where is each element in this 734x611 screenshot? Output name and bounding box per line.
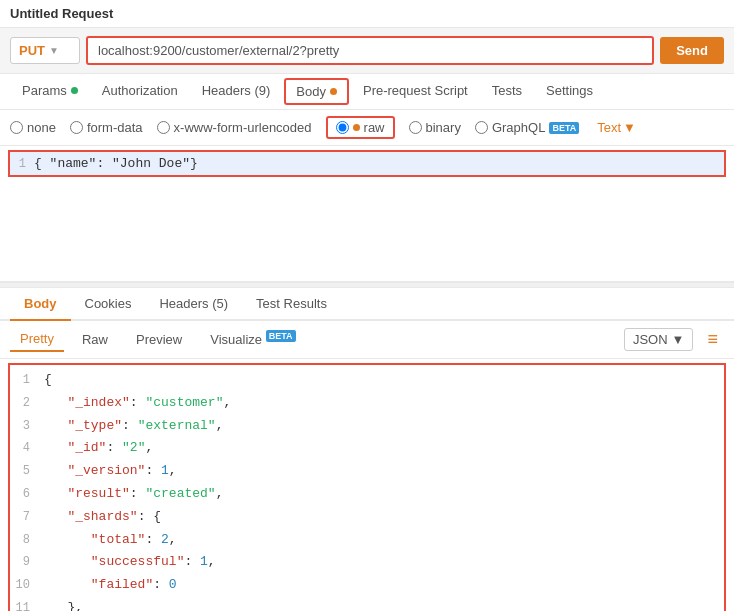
- radio-urlencoded[interactable]: x-www-form-urlencoded: [157, 120, 312, 135]
- view-preview[interactable]: Preview: [126, 328, 192, 351]
- resp-view-bar: Pretty Raw Preview Visualize BETA JSON ▼…: [0, 321, 734, 359]
- format-select-chevron: ▼: [672, 332, 685, 347]
- radio-urlencoded-label: x-www-form-urlencoded: [174, 120, 312, 135]
- resp-tab-cookies-label: Cookies: [85, 296, 132, 311]
- format-select-label: JSON: [633, 332, 668, 347]
- tab-prerequest[interactable]: Pre-request Script: [351, 75, 480, 108]
- tab-settings[interactable]: Settings: [534, 75, 605, 108]
- view-pretty-label: Pretty: [20, 331, 54, 346]
- code-editor: 1 { "name": "John Doe"}: [0, 150, 734, 282]
- radio-binary-label: binary: [426, 120, 461, 135]
- json-key-id: "_id": "2",: [40, 438, 153, 459]
- radio-formdata[interactable]: form-data: [70, 120, 143, 135]
- json-shards-close: },: [40, 598, 83, 611]
- tab-headers[interactable]: Headers (9): [190, 75, 283, 108]
- ln-3: 3: [10, 417, 40, 436]
- ln-6: 6: [10, 485, 40, 504]
- resp-tab-body-label: Body: [24, 296, 57, 311]
- tab-authorization-label: Authorization: [102, 83, 178, 98]
- method-chevron: ▼: [49, 45, 59, 56]
- json-key-successful: "successful": 1,: [40, 552, 216, 573]
- radio-raw[interactable]: raw: [326, 116, 395, 139]
- format-select[interactable]: JSON ▼: [624, 328, 694, 351]
- json-key-index: "_index": "customer",: [40, 393, 231, 414]
- resp-tab-cookies[interactable]: Cookies: [71, 288, 146, 321]
- view-raw[interactable]: Raw: [72, 328, 118, 351]
- view-raw-label: Raw: [82, 332, 108, 347]
- radio-graphql-label: GraphQL: [492, 120, 545, 135]
- method-label: PUT: [19, 43, 45, 58]
- url-input[interactable]: [86, 36, 654, 65]
- json-row-1: 1 {: [10, 369, 724, 392]
- json-key-total: "total": 2,: [40, 530, 177, 551]
- json-key-result: "result": "created",: [40, 484, 223, 505]
- graphql-beta-badge: BETA: [549, 122, 579, 134]
- json-brace-open: {: [40, 370, 52, 391]
- json-row-6: 6 "result": "created",: [10, 483, 724, 506]
- view-pretty[interactable]: Pretty: [10, 327, 64, 352]
- resp-tab-headers[interactable]: Headers (5): [145, 288, 242, 321]
- tab-authorization[interactable]: Authorization: [90, 75, 190, 108]
- url-bar: PUT ▼ Send: [0, 28, 734, 74]
- raw-dot: [353, 124, 360, 131]
- tab-prerequest-label: Pre-request Script: [363, 83, 468, 98]
- tab-tests[interactable]: Tests: [480, 75, 534, 108]
- wrap-button[interactable]: ≡: [701, 327, 724, 352]
- title-bar: Untitled Request: [0, 0, 734, 28]
- json-output: 1 { 2 "_index": "customer", 3 "_type": "…: [8, 363, 726, 611]
- resp-tab-body[interactable]: Body: [10, 288, 71, 321]
- editor-empty-space[interactable]: [0, 181, 734, 281]
- page-title: Untitled Request: [10, 6, 113, 21]
- view-preview-label: Preview: [136, 332, 182, 347]
- radio-graphql[interactable]: GraphQL BETA: [475, 120, 579, 135]
- ln-4: 4: [10, 439, 40, 458]
- ln-2: 2: [10, 394, 40, 413]
- visualize-beta-badge: BETA: [266, 330, 296, 342]
- send-button[interactable]: Send: [660, 37, 724, 64]
- body-type-bar: none form-data x-www-form-urlencoded raw…: [0, 110, 734, 146]
- response-section: Body Cookies Headers (5) Test Results Pr…: [0, 288, 734, 611]
- json-row-7: 7 "_shards": {: [10, 506, 724, 529]
- ln-8: 8: [10, 531, 40, 550]
- ln-5: 5: [10, 462, 40, 481]
- method-select[interactable]: PUT ▼: [10, 37, 80, 64]
- json-key-shards: "_shards": {: [40, 507, 161, 528]
- tab-tests-label: Tests: [492, 83, 522, 98]
- view-visualize[interactable]: Visualize BETA: [200, 327, 305, 351]
- response-tabs: Body Cookies Headers (5) Test Results: [0, 288, 734, 321]
- ln-1: 1: [10, 371, 40, 390]
- json-key-failed: "failed": 0: [40, 575, 177, 596]
- json-row-5: 5 "_version": 1,: [10, 460, 724, 483]
- tab-body-label: Body: [296, 84, 326, 99]
- radio-none-label: none: [27, 120, 56, 135]
- tab-params-label: Params: [22, 83, 67, 98]
- tab-settings-label: Settings: [546, 83, 593, 98]
- resp-tab-testresults[interactable]: Test Results: [242, 288, 341, 321]
- json-row-8: 8 "total": 2,: [10, 529, 724, 552]
- json-row-3: 3 "_type": "external",: [10, 415, 724, 438]
- radio-formdata-label: form-data: [87, 120, 143, 135]
- tab-body[interactable]: Body: [284, 78, 349, 105]
- ln-7: 7: [10, 508, 40, 527]
- params-dot: [71, 87, 78, 94]
- request-tabs: Params Authorization Headers (9) Body Pr…: [0, 74, 734, 110]
- request-body-line[interactable]: 1 { "name": "John Doe"}: [8, 150, 726, 177]
- json-key-type: "_type": "external",: [40, 416, 223, 437]
- ln-11: 11: [10, 599, 40, 611]
- ln-10: 10: [10, 576, 40, 595]
- tab-params[interactable]: Params: [10, 75, 90, 108]
- json-row-4: 4 "_id": "2",: [10, 437, 724, 460]
- tab-headers-label: Headers (9): [202, 83, 271, 98]
- text-dropdown-label: Text: [597, 120, 621, 135]
- json-row-2: 2 "_index": "customer",: [10, 392, 724, 415]
- radio-binary[interactable]: binary: [409, 120, 461, 135]
- view-visualize-label: Visualize: [210, 333, 262, 348]
- radio-none[interactable]: none: [10, 120, 56, 135]
- text-dropdown[interactable]: Text ▼: [597, 120, 636, 135]
- json-key-version: "_version": 1,: [40, 461, 177, 482]
- resp-tab-headers-label: Headers (5): [159, 296, 228, 311]
- json-row-9: 9 "successful": 1,: [10, 551, 724, 574]
- line-number-1: 1: [10, 157, 34, 171]
- request-body-content: { "name": "John Doe"}: [34, 156, 198, 171]
- text-dropdown-arrow: ▼: [623, 120, 636, 135]
